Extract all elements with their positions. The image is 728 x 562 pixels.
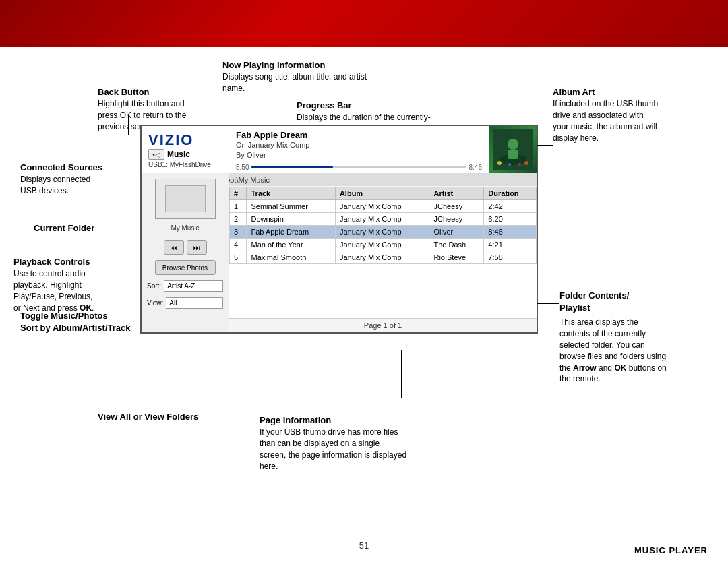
col-album: Album: [335, 187, 429, 200]
progress-track: [251, 166, 466, 168]
table-row[interactable]: 2DownspinJanuary Mix CompJCheesy6:20: [230, 213, 537, 226]
tv-left-sidebar: My Music ⏮ ⏭ Browse Photos Sort: Artist …: [142, 173, 229, 332]
view-row: View: All: [146, 297, 224, 309]
current-folder-annotation: Current Folder: [34, 222, 94, 235]
table-row[interactable]: 4Man of the YearJanuary Mix CompThe Dash…: [230, 239, 537, 251]
progress-fill: [251, 166, 333, 168]
progress-bar-label: Progress Bar: [297, 100, 431, 112]
browse-photos-btn[interactable]: Browse Photos: [155, 260, 216, 275]
view-select[interactable]: All: [166, 297, 223, 309]
page-number: 51: [359, 540, 369, 551]
folder-thumbnail: [165, 185, 206, 212]
sort-value: Artist A-Z: [167, 282, 195, 290]
album-art-desc: If included on the USB thumb drive and a…: [553, 98, 661, 144]
cell-0-3: JCheesy: [429, 200, 484, 213]
line-page-v: [401, 350, 402, 398]
cell-1-0: 2: [230, 213, 247, 226]
svg-rect-3: [508, 150, 518, 159]
page-info-label: Page Information: [260, 414, 408, 427]
table-row[interactable]: 3Fab Apple DreamJanuary Mix CompOliver8:…: [230, 226, 537, 239]
svg-point-4: [497, 161, 502, 165]
folder-contents-desc: This area displays the contents of the c…: [559, 317, 667, 385]
cell-1-4: 6:20: [484, 213, 537, 226]
cell-4-2: January Mix Comp: [335, 251, 429, 264]
line-back-h: [128, 135, 140, 135]
line-sources-h: [88, 177, 140, 177]
playback-controls-annotation: Playback Controls Use to control audio p…: [13, 256, 101, 313]
cell-1-2: January Mix Comp: [335, 213, 429, 226]
line-back-v: [128, 115, 129, 135]
connected-sources-desc: Displays connected USB devices.: [20, 174, 94, 197]
folder-contents-label: Folder Contents/Playlist: [559, 290, 667, 314]
page-info-annotation: Page Information If your USB thumb drive…: [260, 414, 408, 472]
usb-label: USB1: MyFlashDrive: [148, 160, 222, 170]
cell-4-4: 7:58: [484, 251, 537, 264]
vizio-logo: VIZIO: [148, 131, 222, 149]
tv-header: VIZIO •◁ Music USB1: MyFlashDrive Fab Ap…: [142, 126, 537, 173]
top-bar: [0, 0, 728, 47]
cell-4-0: 5: [230, 251, 247, 264]
svg-point-5: [524, 161, 528, 165]
back-button-label: Back Button: [98, 86, 192, 98]
now-playing-by: By Oliver: [236, 150, 482, 160]
table-row[interactable]: 1Seminal SummerJanuary Mix CompJCheesy2:…: [230, 200, 537, 213]
cell-3-0: 4: [230, 239, 247, 251]
cell-2-2: January Mix Comp: [335, 226, 429, 239]
col-artist: Artist: [429, 187, 484, 200]
page-info-desc: If your USB thumb drive has more files t…: [260, 427, 408, 472]
album-art-svg: [493, 129, 533, 170]
connected-sources-label: Connected Sources: [20, 162, 102, 174]
now-playing-title: Fab Apple Dream: [236, 130, 482, 140]
bottom-bar: 51 MUSIC PLAYER: [0, 528, 728, 562]
sort-by-annotation: Sort by Album/Artist/Track: [20, 322, 131, 334]
file-table-body: 1Seminal SummerJanuary Mix CompJCheesy2:…: [230, 200, 537, 264]
browse-photos-label: Browse Photos: [162, 264, 208, 272]
cell-2-1: Fab Apple Dream: [247, 226, 335, 239]
table-header-row: # Track Album Artist Duration: [230, 187, 537, 200]
view-value: All: [169, 299, 177, 307]
cell-4-1: Maximal Smooth: [247, 251, 335, 264]
tv-logo-area: VIZIO •◁ Music USB1: MyFlashDrive: [142, 126, 229, 173]
line-page-h: [401, 398, 428, 398]
connected-sources-annotation: Connected Sources Displays connected USB…: [20, 162, 102, 197]
cell-0-2: January Mix Comp: [335, 200, 429, 213]
back-button[interactable]: •◁: [148, 149, 164, 160]
sort-label: Sort:: [147, 282, 161, 290]
folder-contents-annotation: Folder Contents/Playlist This area displ…: [559, 290, 667, 385]
view-label: View:: [147, 299, 163, 307]
now-playing-annotation-desc: Displays song title, album title, and ar…: [222, 71, 371, 94]
svg-point-6: [508, 163, 511, 166]
album-art-annotation: Album Art If included on the USB thumb d…: [553, 86, 661, 144]
prev-button[interactable]: ⏮: [164, 240, 184, 255]
table-row[interactable]: 5Maximal SmoothJanuary Mix CompRio Steve…: [230, 251, 537, 264]
cell-2-4: 8:46: [484, 226, 537, 239]
cell-2-3: Oliver: [429, 226, 484, 239]
sort-select[interactable]: Artist A-Z: [164, 280, 223, 292]
line-album-h: [537, 145, 553, 146]
progress-bar-container: 5:50 8:46: [236, 164, 482, 171]
col-duration: Duration: [484, 187, 537, 200]
col-number: #: [230, 187, 247, 200]
view-all-label: View All or View Folders: [98, 411, 198, 423]
col-track: Track: [247, 187, 335, 200]
album-art-label: Album Art: [553, 86, 661, 98]
svg-point-7: [518, 163, 521, 166]
cell-0-4: 2:42: [484, 200, 537, 213]
page-info-text: Page 1 of 1: [364, 321, 402, 330]
cell-0-1: Seminal Summer: [247, 200, 335, 213]
playback-controls-desc: Use to control audio playback. Highlight…: [13, 268, 101, 313]
line-folder-contents-h: [537, 303, 559, 304]
playback-controls-btns: ⏮ ⏭: [164, 240, 207, 255]
folder-name-label: My Music: [171, 224, 199, 232]
cell-3-4: 4:21: [484, 239, 537, 251]
cell-3-1: Man of the Year: [247, 239, 335, 251]
next-button[interactable]: ⏭: [187, 240, 207, 255]
cell-0-0: 1: [230, 200, 247, 213]
sort-by-label: Sort by Album/Artist/Track: [20, 322, 131, 334]
music-player-label: MUSIC PLAYER: [634, 545, 708, 555]
tv-file-list: # Track Album Artist Duration 1Seminal S…: [229, 187, 537, 332]
now-playing-status: On January Mix Comp: [236, 140, 482, 150]
now-playing-annotation: Now Playing Information Displays song ti…: [222, 59, 371, 94]
cell-2-0: 3: [230, 226, 247, 239]
album-art-area: [489, 126, 537, 173]
